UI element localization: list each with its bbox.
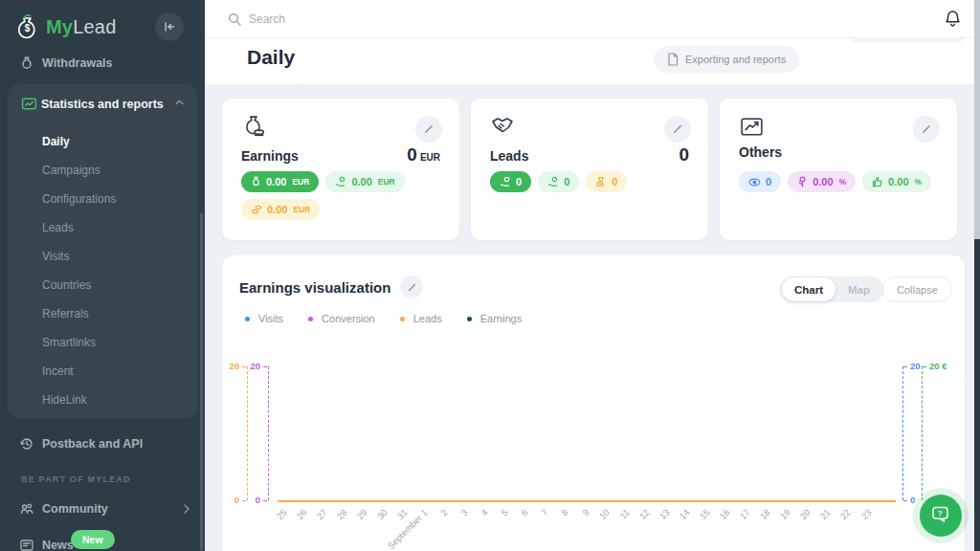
edit-others-card-button[interactable] [913,116,940,143]
chevron-right-icon [184,504,189,514]
sidebar-item-daily[interactable]: Daily [42,132,186,151]
purple-axis-max-label: 20 [245,361,260,371]
x-axis-tick-label: 27 [314,507,328,521]
collapse-chart-button[interactable]: Collapse [882,276,952,302]
page-header: Daily Exporting and reports [205,38,980,84]
conversion-dot-icon [308,317,313,321]
pending-earnings-badge: 0.00EUR [325,171,404,192]
toggle-chart-button[interactable]: Chart [782,277,835,301]
export-button-label: Exporting and reports [685,54,786,65]
x-axis-tick-label: 23 [858,507,873,521]
orange-axis-max-label: 20 [224,361,239,371]
x-axis-tick-label: 20 [798,507,813,521]
sidebar-item-visits[interactable]: Visits [42,247,186,266]
money-bag-logo-icon: $ [13,12,40,41]
chart-legend: Visits Conversion Leads Earnings [245,313,522,324]
window-scrollbar-track [974,239,980,551]
window-scrollbar-thumb[interactable] [974,0,980,239]
sidebar-item-smartlinks[interactable]: Smartlinks [42,333,186,352]
visits-count-badge: 0 [739,171,781,192]
sidebar-item-withdrawals[interactable]: Withdrawals [0,52,205,75]
sidebar-item-leads[interactable]: Leads [42,218,186,237]
statistics-chart-icon [21,96,37,112]
sidebar-item-label: News [42,539,74,551]
x-axis-tick-label: 2 [438,507,450,518]
earnings-visualization-card: Earnings visualization Chart Map Collaps… [222,255,965,551]
x-axis-tick-label: 18 [758,507,772,521]
bell-icon [945,10,961,28]
thumb-up-icon [872,176,883,187]
sidebar-item-configurations[interactable]: Configurations [42,189,186,209]
exporting-and-reports-button[interactable]: Exporting and reports [654,46,799,73]
pencil-icon [672,123,683,135]
sidebar-item-label: Postback and API [42,437,143,451]
hand-coin-icon [500,176,511,187]
chat-question-icon: ? [929,505,952,526]
legend-item-conversion[interactable]: Conversion [308,313,375,324]
x-axis-tick-label: 17 [738,507,752,521]
x-axis-tick-label: 9 [580,507,591,518]
money-bag-icon [251,176,261,187]
card-title: Leads [490,148,528,164]
pencil-icon [407,282,417,293]
sidebar-item-postback-and-api[interactable]: Postback and API [0,432,205,455]
sidebar-item-referrals[interactable]: Referrals [42,304,186,323]
visits-dot-icon [245,317,250,321]
x-axis-tick-label: 26 [294,507,308,521]
sidebar-item-campaigns[interactable]: Campaigns [42,161,186,180]
green-axis-max-label: 20 € [929,361,958,371]
conversion-rate-badge: 0.00% [788,171,856,192]
notifications-button[interactable] [945,10,961,28]
collapse-sidebar-button[interactable] [155,12,184,41]
sidebar-scrollbar-thumb[interactable] [200,212,203,551]
x-axis-tick-label: 31 [394,507,409,521]
x-axis-tick-label: 14 [677,507,691,521]
search-input[interactable]: Search [228,0,285,38]
sidebar: $ MyLead Withdrawals [0,0,205,551]
legend-item-visits[interactable]: Visits [245,313,283,324]
card-value: 0EUR [407,144,440,165]
x-axis-tick-label: 6 [520,507,531,518]
chevron-up-icon [175,99,184,105]
chart-box-icon [739,114,765,140]
topbar: Search [205,0,980,38]
x-axis-tick-label: 15 [697,507,711,521]
sidebar-item-hidelink[interactable]: HideLink [42,390,186,409]
sidebar-item-community[interactable]: Community [0,497,205,520]
search-icon [228,12,241,26]
legend-item-leads[interactable]: Leads [400,313,442,324]
pencil-icon [921,123,932,135]
support-chat-button[interactable]: ? [920,495,962,537]
x-axis-tick-label: 25 [274,507,288,521]
x-axis-tick-label: 7 [540,507,551,518]
x-axis-tick-label: 22 [838,507,853,521]
window-scrollbar[interactable] [974,0,980,551]
edit-leads-card-button[interactable] [664,116,691,143]
sidebar-item-incent[interactable]: Incent [42,362,186,381]
sidebar-item-statistics-and-reports[interactable]: Statistics and reports [8,94,197,115]
hand-coin-icon [547,176,559,187]
x-axis-tick-label: 4 [479,507,490,518]
svg-text:$: $ [25,23,31,33]
money-bag-icon [241,114,267,140]
brand-name: MyLead [46,16,116,38]
x-axis-tick-label: 3 [458,507,470,518]
toggle-map-button[interactable]: Map [835,284,882,296]
green-axis-line [922,366,923,500]
conversion-icon [797,176,808,187]
x-axis-tick-label: 21 [818,507,833,521]
edit-chart-button[interactable] [400,276,423,298]
brand-logo[interactable]: $ MyLead [13,10,116,44]
sidebar-item-countries[interactable]: Countries [42,276,186,295]
hourglass-coin-icon [595,176,607,187]
card-title: Others [739,144,782,160]
edit-earnings-card-button[interactable] [415,116,442,143]
hold-leads-badge: 0 [586,171,627,192]
hand-coin-icon [335,176,346,187]
legend-item-earnings[interactable]: Earnings [467,313,522,324]
pencil-icon [423,123,434,135]
sidebar-item-news[interactable]: News New [0,534,205,551]
news-icon [19,538,34,551]
x-axis-tick-label: 16 [718,507,732,521]
sidebar-item-label: Community [42,502,108,516]
